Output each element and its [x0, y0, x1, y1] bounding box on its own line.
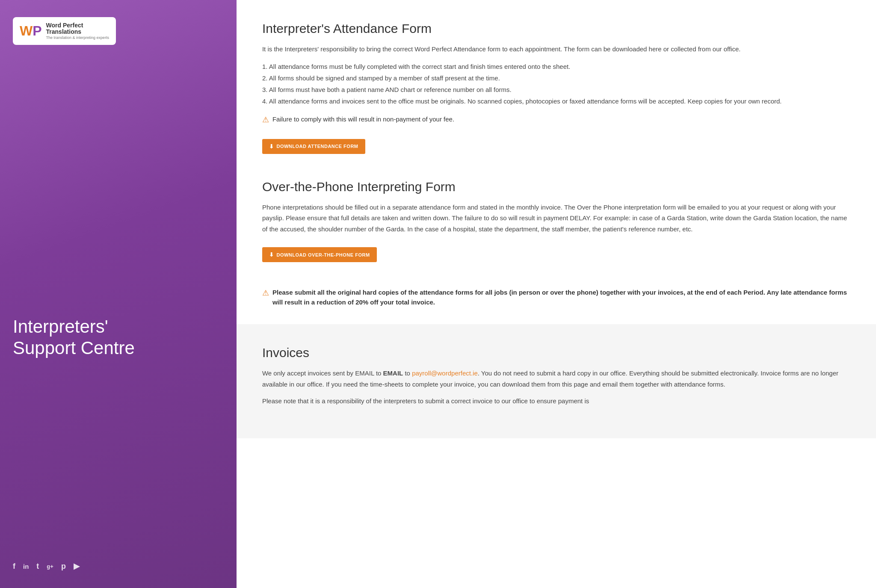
submit-warning-icon: ⚠ — [262, 288, 269, 298]
logo-tagline: The translation & interpreting experts — [46, 35, 110, 40]
social-icons-bar: f in t g+ p ▶ — [13, 544, 80, 571]
invoices-section: Invoices We only accept invoices sent by… — [237, 324, 876, 438]
invoices-desc: We only accept invoices sent by EMAIL to… — [262, 368, 850, 390]
invoices-email-emphasis: EMAIL — [383, 369, 403, 377]
attendance-warning-text: Failure to comply with this will result … — [272, 115, 454, 124]
logo-wp-letters: WP — [20, 24, 42, 38]
twitter-icon[interactable]: t — [36, 562, 39, 571]
sidebar-title-line2: Support Centre — [13, 338, 135, 358]
phone-section: Over-the-Phone Interpreting Form Phone i… — [262, 180, 850, 267]
download-attendance-label: DOWNLOAD ATTENDANCE FORM — [276, 144, 358, 149]
logo-w: W — [20, 23, 33, 38]
pinterest-icon[interactable]: p — [61, 562, 66, 571]
invoices-email-link[interactable]: payroll@wordperfect.ie — [412, 369, 478, 377]
invoices-note: Please note that it is a responsibility … — [262, 396, 850, 407]
attendance-rules: 1. All attendance forms must be fully co… — [262, 61, 850, 107]
download-attendance-button[interactable]: ⬇ DOWNLOAD ATTENDANCE FORM — [262, 139, 365, 154]
phone-title: Over-the-Phone Interpreting Form — [262, 180, 850, 194]
sidebar: WP Word PerfectTranslations The translat… — [0, 0, 237, 588]
invoices-title: Invoices — [262, 346, 850, 360]
facebook-icon[interactable]: f — [13, 562, 15, 571]
download-phone-icon: ⬇ — [269, 251, 274, 258]
sidebar-title-line1: Interpreters' — [13, 316, 108, 337]
download-attendance-icon: ⬇ — [269, 143, 274, 150]
logo-text: Word PerfectTranslations The translation… — [46, 22, 110, 40]
main-content: Interpreter's Attendance Form It is the … — [237, 0, 876, 588]
rule-2: 2. All forms should be signed and stampe… — [262, 72, 850, 84]
attendance-warning: ⚠ Failure to comply with this will resul… — [262, 115, 850, 124]
attendance-section: Interpreter's Attendance Form It is the … — [262, 21, 850, 158]
warning-icon: ⚠ — [262, 115, 269, 124]
rule-4: 4. All attendance forms and invoices sen… — [262, 95, 850, 107]
logo[interactable]: WP Word PerfectTranslations The translat… — [13, 17, 116, 45]
logo-p: P — [33, 23, 41, 38]
rule-1: 1. All attendance forms must be fully co… — [262, 61, 850, 72]
rule-3: 3. All forms must have both a patient na… — [262, 84, 850, 95]
invoices-intro-before: We only accept invoices sent by EMAIL to — [262, 369, 383, 377]
phone-desc: Phone interpretations should be filled o… — [262, 202, 850, 235]
submit-warning-box: ⚠ Please submit all the original hard co… — [262, 288, 850, 307]
sidebar-title: Interpreters' Support Centre — [13, 316, 135, 359]
download-phone-label: DOWNLOAD OVER-THE-PHONE FORM — [276, 252, 370, 257]
googleplus-icon[interactable]: g+ — [47, 563, 53, 570]
attendance-intro: It is the Interpreters' responsibility t… — [262, 44, 850, 55]
logo-main-text: Word PerfectTranslations — [46, 22, 110, 35]
youtube-icon[interactable]: ▶ — [74, 561, 80, 571]
linkedin-icon[interactable]: in — [23, 563, 29, 570]
attendance-title: Interpreter's Attendance Form — [262, 21, 850, 36]
submit-warning-text: Please submit all the original hard copi… — [272, 288, 850, 307]
download-phone-button[interactable]: ⬇ DOWNLOAD OVER-THE-PHONE FORM — [262, 247, 377, 262]
